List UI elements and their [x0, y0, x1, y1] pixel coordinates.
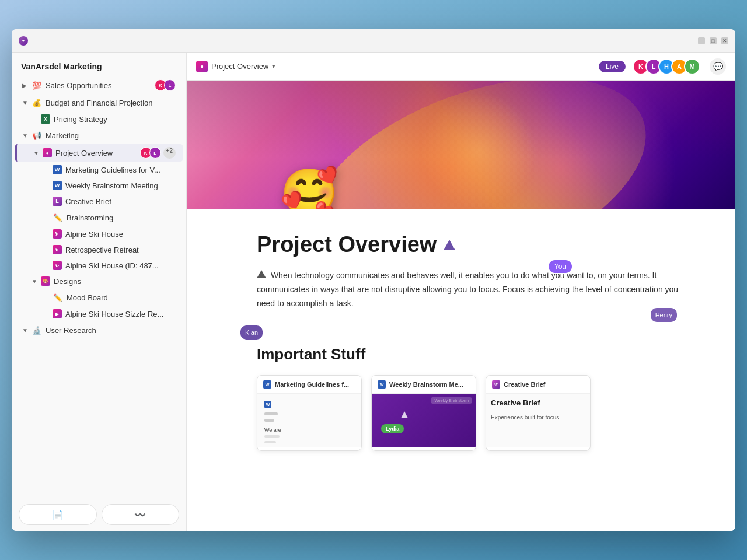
preview-line — [264, 412, 278, 415]
document-paragraph: When technology communicates and behaves… — [257, 269, 689, 328]
sidebar-item-label: Brainstorming — [67, 214, 176, 222]
new-page-button[interactable]: 📄 — [19, 504, 97, 525]
henry-cursor-badge: Henry — [651, 308, 677, 323]
emoji-decoration: 🥰 — [280, 166, 338, 209]
card-header: ⟳ Creative Brief — [486, 376, 590, 394]
preview-line — [264, 435, 280, 438]
maximize-button[interactable]: □ — [710, 37, 717, 44]
word-icon: W — [53, 181, 62, 190]
toolbar-title-area: ● Project Overview ▾ — [196, 61, 275, 72]
sidebar-item-avatars: K L +2 — [142, 147, 176, 159]
title-section: Project Overview You — [257, 232, 689, 257]
card-title: Creative Brief — [504, 381, 546, 388]
sidebar-item-label: Pricing Strategy — [54, 115, 176, 124]
app-window: ● — □ ✕ VanArsdel Marketing ▶ 💯 Sales Op… — [12, 29, 735, 531]
card-body: Weekly Brainstorm Lydia — [372, 394, 476, 447]
new-page-icon: 📄 — [52, 509, 64, 520]
loop-icon: L — [53, 197, 62, 206]
sidebar-item-alpine-ski[interactable]: ▶ ⛷ Alpine Ski House — [15, 226, 183, 242]
card-preview-text: We are — [264, 427, 281, 433]
preview-line — [264, 441, 276, 443]
word-icon: W — [53, 165, 62, 174]
chevron-icon: ▼ — [22, 100, 29, 106]
sidebar-item-mood-board[interactable]: ▶ ✏️ Mood Board — [15, 289, 183, 306]
sidebar-item-sales[interactable]: ▶ 💯 Sales Opportunities K L — [15, 76, 183, 94]
close-button[interactable]: ✕ — [721, 37, 728, 44]
avatar: L — [164, 79, 176, 91]
card-title: Weekly Brainstorm Me... — [389, 381, 463, 388]
chevron-icon: ▼ — [22, 327, 29, 334]
sidebar-item-label: Alpine Ski House — [65, 230, 176, 239]
sidebar-item-designs[interactable]: ▼ 🎨 Designs — [15, 274, 183, 289]
title-bar: ● — □ ✕ — [12, 29, 735, 52]
sidebar-item-label: Weekly Brainstorm Meeting — [65, 181, 176, 190]
chevron-icon: ▼ — [33, 150, 40, 156]
sidebar-item-label: User Research — [46, 326, 176, 335]
sidebar-item-label: Designs — [54, 277, 176, 286]
comment-button[interactable]: 💬 — [710, 58, 726, 75]
sidebar-item-weekly-brainstorm[interactable]: ▶ W Weekly Brainstorm Meeting — [15, 178, 183, 193]
sidebar-item-label: Alpine Ski House Sizzle Re... — [65, 310, 176, 318]
minimize-button[interactable]: — — [698, 37, 705, 44]
budget-icon: 💰 — [32, 97, 42, 108]
card-creative-text: Experiences built for focus — [491, 414, 559, 422]
creative-brief-heading: Creative Brief — [491, 398, 540, 407]
weekly-label: Weekly Brainstorm — [431, 397, 472, 404]
pricing-icon: X — [41, 114, 50, 124]
sidebar-item-marketing-guidelines[interactable]: ▶ W Marketing Guidelines for V... — [15, 162, 183, 177]
avatar-count: +2 — [163, 147, 176, 159]
sidebar-item-label: Budget and Financial Projection — [46, 99, 176, 107]
sidebar-item-label: Sales Opportunities — [46, 81, 155, 90]
sidebar-item-alpine-ski-id[interactable]: ▶ ⛷ Alpine Ski House (ID: 487... — [15, 258, 183, 273]
sidebar-item-budget[interactable]: ▼ 💰 Budget and Financial Projection — [15, 94, 183, 111]
sidebar-item-creative-brief[interactable]: ▶ L Creative Brief — [15, 194, 183, 209]
sidebar-item-pricing[interactable]: ▶ X Pricing Strategy — [15, 111, 183, 127]
main-area: ● Project Overview ▾ Live K L H A M 💬 — [187, 52, 735, 531]
window-controls: — □ ✕ — [698, 37, 728, 44]
workspace-name: VanArsdel Marketing — [12, 52, 186, 76]
sales-icon: 💯 — [32, 80, 42, 90]
retreat-icon: ⛷ — [53, 245, 62, 254]
card-creative-brief[interactable]: ⟳ Creative Brief Creative Brief Experien… — [486, 375, 591, 451]
sidebar-item-retrospective[interactable]: ▶ ⛷ Retrospective Retreat — [15, 242, 183, 257]
research-icon: 🔬 — [32, 325, 42, 335]
preview-line — [264, 419, 274, 422]
sidebar-item-user-research[interactable]: ▼ 🔬 User Research — [15, 322, 183, 338]
card-body: W We are — [257, 394, 361, 447]
sidebar-item-label: Alpine Ski House (ID: 487... — [65, 261, 176, 270]
document-content: Project Overview You When technology com… — [187, 209, 735, 531]
sidebar-item-marketing[interactable]: ▼ 📢 Marketing — [15, 127, 183, 144]
sidebar-item-brainstorming[interactable]: ▶ ✏️ Brainstorming — [15, 209, 183, 226]
main-content: VanArsdel Marketing ▶ 💯 Sales Opportunit… — [12, 52, 735, 531]
card-body: Creative Brief Experiences built for foc… — [486, 394, 590, 447]
card-title: Marketing Guidelines f... — [275, 381, 349, 388]
activity-icon: 〰️ — [134, 509, 146, 520]
toolbar-chevron[interactable]: ▾ — [272, 62, 275, 70]
card-weekly-brainstorm[interactable]: W Weekly Brainstorm Me... Weekly Brainst… — [371, 375, 476, 451]
toolbar: ● Project Overview ▾ Live K L H A M 💬 — [187, 52, 735, 80]
chevron-icon: ▶ — [22, 82, 29, 89]
chevron-icon: ▼ — [22, 132, 29, 139]
loop-icon: ⟳ — [492, 380, 500, 388]
sidebar-item-label: Mood Board — [67, 293, 176, 302]
live-badge: Live — [599, 61, 626, 72]
word-icon: W — [378, 380, 386, 388]
alpine-id-icon: ⛷ — [53, 261, 62, 270]
sidebar-item-label: Project Overview — [55, 149, 140, 158]
section-title: Important Stuff — [257, 345, 689, 363]
lydia-badge: Lydia — [381, 424, 404, 433]
sidebar-item-label: Retrospective Retreat — [65, 246, 176, 254]
sidebar: VanArsdel Marketing ▶ 💯 Sales Opportunit… — [12, 52, 187, 531]
card-marketing-guidelines[interactable]: W Marketing Guidelines f... W We are — [257, 375, 362, 451]
sidebar-item-project-overview[interactable]: ▼ ● Project Overview K L +2 — [15, 144, 183, 162]
card-preview: W We are — [262, 398, 284, 446]
cursor-triangle-card — [401, 411, 408, 418]
card-header: W Marketing Guidelines f... — [257, 376, 361, 394]
sidebar-item-alpine-sizzle[interactable]: ▶ ▶ Alpine Ski House Sizzle Re... — [15, 306, 183, 321]
brainstorming-icon: ✏️ — [53, 212, 63, 223]
activity-button[interactable]: 〰️ — [102, 504, 180, 525]
avatar-toolbar: M — [684, 58, 700, 75]
cards-row: W Marketing Guidelines f... W We are — [257, 375, 689, 451]
hero-section: 🥰 — [187, 80, 735, 209]
sidebar-item-label: Creative Brief — [65, 197, 176, 206]
